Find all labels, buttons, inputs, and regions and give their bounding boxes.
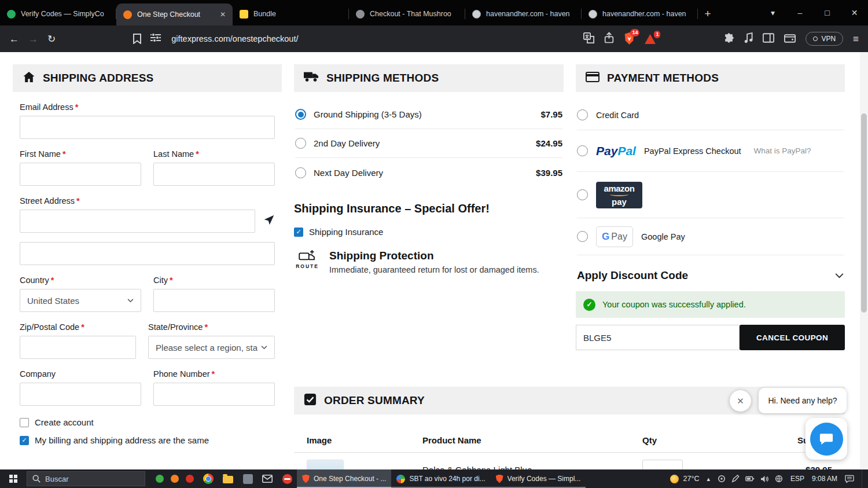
address-bar[interactable]: giftexpress.com/onestepcheckout/ [171,34,298,43]
locate-arrow-icon[interactable] [263,214,275,228]
coupon-code-input[interactable]: BLGE5 [576,325,740,350]
orange-fruit-icon[interactable] [171,475,179,483]
chrome-taskbar-icon[interactable] [198,469,218,488]
what-is-paypal-link[interactable]: What is PayPal? [754,146,811,155]
payment-option-amazon-pay[interactable]: amazon pay [577,172,844,218]
task-one-step-checkout[interactable]: One Step Checkout - ... [297,469,391,488]
chat-dismiss-button[interactable]: ✕ [730,390,751,412]
company-field[interactable] [20,383,141,406]
task-sbt-live[interactable]: SBT ao vivo 24h por di... [391,469,490,488]
required-marker: * [76,196,80,206]
insurance-row[interactable]: ✓ Shipping Insurance [294,227,564,237]
bookmark-icon[interactable] [133,34,141,44]
next-day-radio[interactable] [295,167,306,178]
window-maximize-button[interactable]: □ [814,0,841,25]
app-taskbar-icon[interactable] [238,469,258,488]
pen-icon[interactable] [731,475,740,483]
apply-discount-toggle[interactable]: Apply Discount Code [576,269,845,282]
create-account-row[interactable]: Create account [20,417,275,427]
reload-icon[interactable]: ↻ [47,34,56,44]
extensions-puzzle-icon[interactable] [723,32,734,46]
back-icon[interactable]: ← [9,34,19,44]
tab-verify-codes[interactable]: Verify Codes — SimplyCo [0,2,116,25]
wallet-icon[interactable] [784,33,796,45]
shipping-option-ground[interactable]: Ground Shipping (3-5 Days) $7.95 [295,100,562,129]
paypal-radio[interactable] [577,145,588,156]
adblock-icon[interactable]: 1 [645,34,656,44]
taskbar-search[interactable]: Buscar [27,471,145,486]
menu-icon[interactable]: ≡ [853,34,859,44]
tab-checkout-mushroom[interactable]: Checkout - That Mushroo [349,2,465,25]
forward-icon[interactable]: → [28,34,38,44]
new-tab-button[interactable]: + [698,2,718,25]
show-desktop-button[interactable] [862,469,865,488]
state-select[interactable]: Please select a region, sta [148,336,275,359]
speaker-icon[interactable] [760,475,769,483]
credit-card-radio[interactable] [577,109,588,120]
zip-field[interactable] [20,336,136,359]
create-account-checkbox[interactable] [20,418,29,427]
start-button[interactable] [0,469,27,488]
first-name-field[interactable] [20,163,141,186]
action-center-icon[interactable] [845,475,854,483]
shipping-option-2nd-day[interactable]: 2nd Day Delivery $24.95 [295,129,562,158]
shipping-insurance-checkbox[interactable]: ✓ [294,228,303,237]
network-icon[interactable] [775,475,783,483]
tomato-icon[interactable] [186,475,194,483]
ground-shipping-radio[interactable] [295,109,306,120]
city-field[interactable] [153,289,275,312]
share-icon[interactable] [604,32,614,46]
tray-expand-icon[interactable]: ▴ [707,475,710,483]
product-name-link[interactable]: Dolce & Gabbana Light Blue [422,460,642,469]
payment-option-google-pay[interactable]: GPay Google Pay [577,218,844,255]
phone-field[interactable] [153,383,275,406]
translate-icon[interactable] [583,32,594,46]
shipping-option-next-day[interactable]: Next Day Delivery $39.95 [295,158,562,187]
red-app-taskbar-icon[interactable] [277,469,297,488]
street-address-field-2[interactable] [20,242,275,265]
tab-title: Bundle [253,10,342,18]
payment-option-paypal[interactable]: PayPal PayPal Express Checkout What is P… [577,130,844,172]
brave-shield-icon[interactable]: 14 [624,32,635,45]
weather-widget[interactable]: 27°C [670,475,699,483]
sidebar-panel-icon[interactable] [763,33,774,45]
window-minimize-button[interactable]: – [786,0,814,25]
scrollbar-thumb[interactable] [861,113,867,313]
street-address-field[interactable] [20,210,255,233]
vpn-button[interactable]: VPN [806,32,843,46]
tab-close-icon[interactable]: ✕ [220,10,226,19]
file-explorer-taskbar-icon[interactable] [218,469,238,488]
tab-havenandher-1[interactable]: havenandher.com - haven [465,2,582,25]
tab-havenandher-2[interactable]: havenandher.com - haven [582,2,698,25]
cancel-coupon-button[interactable]: CANCEL COUPON [740,325,845,350]
browser-tab-bar: Verify Codes — SimplyCo One Step Checkou… [0,0,868,25]
page-scrollbar[interactable] [860,52,868,469]
billing-same-row[interactable]: ✓ My billing and shipping address are th… [20,435,275,445]
label-text: Street Address [20,196,75,206]
chat-launcher-button[interactable] [810,423,843,456]
tab-bundle[interactable]: Bundle [233,2,349,25]
site-settings-icon[interactable] [150,33,161,45]
battery-icon[interactable] [745,475,755,482]
language-indicator[interactable]: ESP [790,475,804,483]
mail-taskbar-icon[interactable] [258,469,277,488]
country-select[interactable]: United States [20,289,141,312]
task-verify-codes[interactable]: Verify Codes — Simpl... [491,469,586,488]
clock[interactable]: 9:08 AM [812,475,837,483]
google-pay-radio[interactable] [577,231,588,242]
second-day-radio[interactable] [295,138,306,149]
status-circle-icon[interactable] [718,475,726,483]
window-close-button[interactable]: ✕ [841,0,868,25]
last-name-field[interactable] [153,163,275,186]
media-note-icon[interactable] [744,32,753,46]
street-row [20,210,275,233]
tab-title: Checkout - That Mushroo [370,10,458,18]
tab-one-step-checkout[interactable]: One Step Checkout ✕ [116,3,233,25]
tab-search-chevron-icon[interactable]: ▾ [759,0,786,25]
amazon-pay-radio[interactable] [577,189,588,200]
billing-same-checkbox[interactable]: ✓ [20,436,29,445]
broccoli-icon[interactable] [156,475,164,483]
email-field[interactable] [20,116,275,139]
payment-option-credit-card[interactable]: Credit Card [577,100,844,130]
qty-stepper[interactable] [642,460,683,469]
